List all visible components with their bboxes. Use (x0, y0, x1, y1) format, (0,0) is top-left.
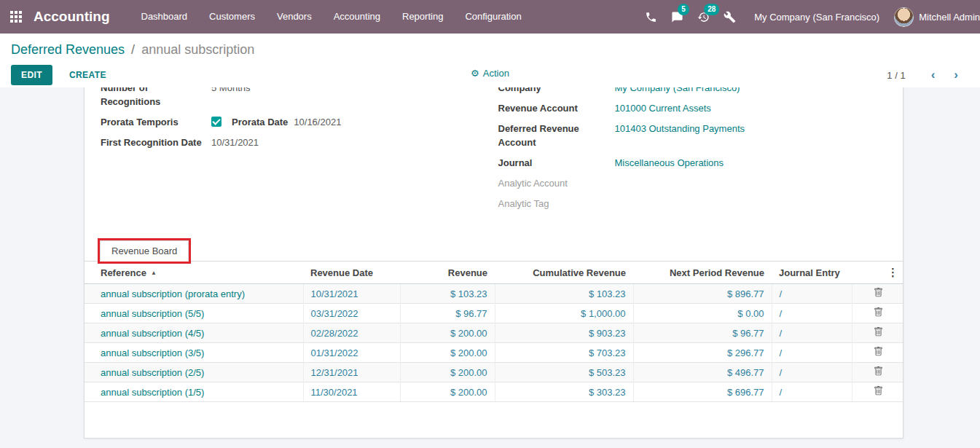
cumulative-revenue-cell: $ 1,000.00 (581, 308, 625, 319)
action-label: Action (483, 68, 509, 79)
menu-accounting[interactable]: Accounting (323, 0, 391, 34)
main-menu: Dashboard Customers Vendors Accounting R… (130, 0, 533, 34)
field-label: Company (498, 87, 615, 95)
revenue-account-link[interactable]: 101000 Current Assets (615, 101, 711, 115)
optional-columns-icon[interactable]: ⋮ (852, 262, 903, 284)
pager: 1 / 1 ‹ › (887, 68, 968, 82)
journal-entry-cell: / (780, 367, 783, 378)
phone-icon[interactable] (638, 0, 664, 34)
pager-next-button[interactable]: › (944, 68, 968, 82)
revenue-cell: $ 103.23 (450, 288, 487, 299)
user-avatar[interactable] (894, 7, 914, 27)
delete-row-button[interactable] (874, 288, 883, 299)
cumulative-revenue-cell: $ 303.23 (589, 387, 626, 398)
revenue-board-table: Reference▲ Revenue Date Revenue Cumulati… (85, 262, 903, 402)
field-analytic-tag: Analytic Tag (498, 197, 896, 211)
field-label: Journal (498, 156, 615, 170)
edit-button[interactable]: EDIT (11, 65, 52, 85)
revenue-cell: $ 200.00 (450, 328, 487, 339)
revenue-date-cell: 01/31/2022 (311, 347, 358, 358)
revenue-date-cell: 11/30/2021 (311, 387, 358, 398)
revenue-cell: $ 200.00 (450, 347, 487, 358)
reference-link[interactable]: annual subscription (4/5) (101, 328, 204, 339)
reference-link[interactable]: annual subscription (2/5) (101, 367, 204, 378)
reference-link[interactable]: annual subscription (prorata entry) (101, 288, 245, 299)
field-company: Company My Company (San Francisco) (498, 87, 896, 95)
delete-row-button[interactable] (874, 366, 883, 378)
prorata-checkbox[interactable] (211, 117, 222, 127)
prorata-date-value: 10/16/2021 (294, 115, 341, 129)
cumulative-revenue-cell: $ 103.23 (589, 288, 626, 299)
messages-icon[interactable]: 5 (664, 0, 690, 34)
cumulative-revenue-cell: $ 703.23 (589, 347, 626, 358)
breadcrumb-separator: / (131, 42, 135, 57)
app-title[interactable]: Accounting (34, 9, 110, 25)
revenue-date-cell: 12/31/2021 (311, 367, 358, 378)
reference-link[interactable]: annual subscription (1/5) (101, 387, 204, 398)
field-journal: Journal Miscellaneous Operations (498, 156, 896, 170)
column-header-cumulative-revenue[interactable]: Cumulative Revenue (495, 262, 633, 284)
next-period-revenue-cell: $ 296.77 (727, 347, 764, 358)
journal-link[interactable]: Miscellaneous Operations (615, 156, 724, 170)
tab-revenue-board[interactable]: Revenue Board (100, 240, 189, 262)
menu-configuration[interactable]: Configuration (454, 0, 532, 34)
table-row[interactable]: annual subscription (prorata entry) 10/3… (85, 284, 903, 304)
column-header-reference[interactable]: Reference▲ (85, 262, 303, 284)
column-header-next-period-revenue[interactable]: Next Period Revenue (633, 262, 772, 284)
menu-reporting[interactable]: Reporting (391, 0, 454, 34)
table-row[interactable]: annual subscription (4/5) 02/28/2022 $ 2… (85, 323, 903, 343)
next-period-revenue-cell: $ 96.77 (732, 328, 764, 339)
field-value: 10/31/2021 (211, 135, 259, 149)
content-area: Number of Recognitions 5 Months Prorata … (0, 87, 980, 448)
table-row[interactable]: annual subscription (2/5) 12/31/2021 $ 2… (85, 363, 903, 382)
field-label: First Recognition Date (101, 135, 211, 149)
gear-icon: ⚙ (471, 68, 479, 79)
delete-row-button[interactable] (874, 386, 883, 398)
company-link[interactable]: My Company (San Francisco) (615, 87, 740, 95)
sort-ascending-icon: ▲ (151, 270, 157, 276)
breadcrumb-current: annual subscription (141, 42, 254, 57)
breadcrumb-parent[interactable]: Deferred Revenues (11, 42, 125, 57)
pager-value: 1 / 1 (887, 70, 905, 81)
column-header-revenue-date[interactable]: Revenue Date (303, 262, 400, 284)
deferred-account-link[interactable]: 101403 Outstanding Payments (615, 122, 745, 149)
journal-entry-cell: / (780, 308, 783, 319)
apps-grid-icon (10, 11, 22, 23)
delete-row-button[interactable] (874, 327, 883, 339)
menu-customers[interactable]: Customers (198, 0, 266, 34)
cumulative-revenue-cell: $ 903.23 (589, 328, 626, 339)
table-row[interactable]: annual subscription (1/5) 11/30/2021 $ 2… (85, 382, 903, 402)
activities-icon[interactable]: 28 (690, 0, 716, 34)
journal-entry-cell: / (780, 347, 783, 358)
table-row[interactable]: annual subscription (5/5) 03/31/2022 $ 9… (85, 304, 903, 323)
create-button[interactable]: CREATE (65, 69, 111, 81)
action-menu-button[interactable]: ⚙ Action (471, 68, 509, 79)
revenue-cell: $ 200.00 (450, 387, 487, 398)
delete-row-button[interactable] (874, 347, 883, 358)
reference-link[interactable]: annual subscription (3/5) (101, 347, 204, 358)
field-label: Deferred Revenue Account (498, 122, 615, 149)
form-sheet: Number of Recognitions 5 Months Prorata … (84, 87, 903, 439)
next-period-revenue-cell: $ 696.77 (727, 387, 764, 398)
menu-vendors[interactable]: Vendors (266, 0, 323, 34)
column-header-journal-entry[interactable]: Journal Entry (772, 262, 852, 284)
next-period-revenue-cell: $ 896.77 (727, 288, 764, 299)
company-switcher[interactable]: My Company (San Francisco) (754, 12, 879, 23)
apps-menu-button[interactable] (0, 0, 32, 34)
table-row[interactable]: annual subscription (3/5) 01/31/2022 $ 2… (85, 343, 903, 363)
field-deferred-revenue-account: Deferred Revenue Account 101403 Outstand… (498, 122, 896, 149)
breadcrumb: Deferred Revenues / annual subscription (11, 40, 969, 59)
column-header-revenue[interactable]: Revenue (400, 262, 495, 284)
prorata-date-label: Prorata Date (232, 115, 288, 129)
field-label: Prorata Temporis (101, 115, 211, 129)
field-prorata-temporis: Prorata Temporis Prorata Date 10/16/2021 (101, 115, 498, 129)
menu-dashboard[interactable]: Dashboard (130, 0, 199, 34)
debug-tools-icon[interactable] (716, 0, 742, 34)
pager-previous-button[interactable]: ‹ (922, 68, 945, 82)
reference-link[interactable]: annual subscription (5/5) (101, 308, 204, 319)
field-analytic-account: Analytic Account (498, 176, 896, 190)
control-panel: Deferred Revenues / annual subscription … (0, 34, 980, 87)
table-header-row: Reference▲ Revenue Date Revenue Cumulati… (85, 262, 903, 284)
delete-row-button[interactable] (874, 307, 883, 319)
user-menu[interactable]: Mitchell Admin (919, 12, 980, 23)
